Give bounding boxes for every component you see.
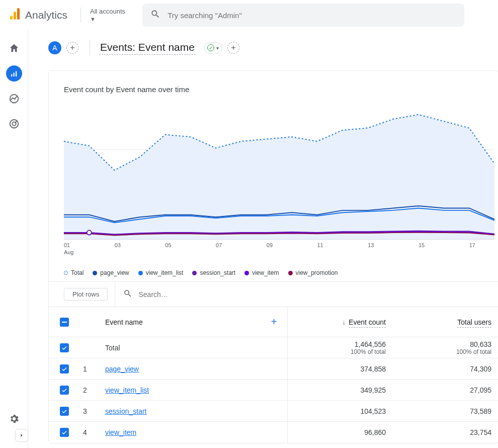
legend-swatch-total [64, 271, 68, 275]
row-checkbox[interactable] [60, 428, 69, 437]
add-dimension-button[interactable]: + [227, 42, 239, 54]
left-nav [0, 30, 28, 448]
row-checkbox[interactable] [60, 407, 69, 416]
report-title[interactable]: Events: Event name [99, 41, 196, 55]
add-segment-button[interactable]: + [66, 42, 78, 54]
global-search[interactable] [142, 4, 464, 27]
analytics-logo-icon [9, 8, 21, 23]
content-area: A + Events: Event name ✓ ▾ + Event count… [28, 30, 498, 448]
event-name-link[interactable]: page_view [105, 365, 139, 373]
event-name-link[interactable]: view_item_list [105, 386, 149, 394]
svg-text:11: 11 [317, 242, 323, 248]
table-search[interactable] [115, 282, 498, 307]
svg-text:07: 07 [216, 242, 222, 248]
search-icon [123, 289, 132, 300]
nav-advertising[interactable] [6, 116, 22, 132]
brand-name: Analytics [25, 9, 67, 21]
nav-reports[interactable] [6, 65, 22, 82]
col-event-name[interactable]: Event name [105, 318, 143, 326]
table-search-input[interactable] [137, 290, 490, 299]
legend-label: view_promotion [296, 269, 338, 276]
total-users-cell: 73,589 [393, 401, 498, 422]
nav-explore[interactable] [6, 91, 22, 107]
svg-rect-1 [14, 12, 16, 20]
legend-swatch [288, 271, 293, 275]
row-index: 2 [76, 380, 98, 401]
segment-avatar[interactable]: A [48, 41, 61, 54]
table-row: 4view_item96,86023,754 [49, 422, 498, 443]
pct-of-total: 100% of total [295, 348, 386, 355]
legend-swatch [93, 271, 97, 275]
legend-label: view_item [252, 269, 279, 276]
row-checkbox[interactable] [60, 386, 69, 395]
events-table: Event name + ↓ Event count Total users [49, 307, 498, 443]
chart-title: Event count by Event name over time [49, 71, 498, 101]
row-index: 1 [76, 358, 98, 380]
account-selector[interactable]: All accounts ▼ [80, 8, 130, 23]
row-index: 4 [76, 422, 98, 443]
row-index: 3 [76, 401, 98, 422]
svg-text:Aug: Aug [64, 249, 74, 255]
report-card: Event count by Event name over time 0103… [48, 70, 498, 443]
total-event-count: 1,464,556 [295, 340, 386, 348]
select-all-checkbox[interactable] [60, 318, 69, 327]
col-total-users[interactable]: Total users [393, 307, 498, 337]
dropdown-caret-icon: ▼ [90, 15, 125, 23]
legend-label: session_start [200, 269, 235, 276]
svg-text:09: 09 [267, 242, 273, 248]
legend-view_item[interactable]: view_item [244, 269, 279, 276]
avatar-letter: A [52, 44, 57, 52]
legend-total[interactable]: Total [64, 269, 84, 276]
table-toolbar: Plot rows [49, 281, 498, 307]
nav-home[interactable] [6, 40, 22, 56]
sort-desc-icon: ↓ [342, 318, 347, 326]
top-bar: Analytics All accounts ▼ [0, 0, 498, 30]
total-users: 80,633 [400, 340, 491, 348]
legend-label: page_view [100, 269, 129, 276]
svg-text:05: 05 [165, 242, 171, 248]
svg-point-9 [87, 231, 92, 235]
report-header: A + Events: Event name ✓ ▾ + [48, 40, 498, 55]
svg-text:01: 01 [64, 242, 70, 248]
event-name-link[interactable]: view_item [105, 428, 136, 436]
table-row: 2view_item_list349,92527,095 [49, 380, 498, 401]
chart-area: 010305070911131517Aug [49, 101, 498, 266]
total-label: Total [98, 337, 287, 358]
add-column-button[interactable]: + [271, 316, 280, 328]
plot-rows-button[interactable]: Plot rows [64, 288, 108, 301]
plus-icon: + [231, 43, 235, 52]
legend-swatch [138, 271, 143, 275]
row-checkbox[interactable] [60, 364, 69, 374]
legend-session_start[interactable]: session_start [192, 269, 235, 276]
svg-text:03: 03 [115, 242, 121, 248]
legend-page_view[interactable]: page_view [93, 269, 129, 276]
nav-expand[interactable] [15, 429, 28, 442]
account-label: All accounts [90, 8, 125, 16]
time-series-chart[interactable]: 010305070911131517Aug [49, 101, 498, 261]
svg-text:17: 17 [469, 242, 475, 248]
legend-label: view_item_list [146, 269, 184, 276]
total-users-cell: 27,095 [393, 380, 498, 401]
plus-icon: + [70, 43, 74, 52]
legend-view_promotion[interactable]: view_promotion [288, 269, 338, 276]
legend-swatch [244, 271, 249, 275]
event-name-link[interactable]: session_start [105, 407, 146, 415]
table-row-total: Total 1,464,556 100% of total 80,633 100… [49, 337, 498, 358]
svg-text:15: 15 [419, 242, 425, 248]
nav-admin[interactable] [6, 411, 22, 427]
event-count-cell: 104,523 [287, 401, 393, 422]
table-row: 3session_start104,52373,589 [49, 401, 498, 422]
chevron-down-icon: ▾ [216, 45, 219, 51]
legend-view_item_list[interactable]: view_item_list [138, 269, 184, 276]
pct-of-total: 100% of total [400, 348, 491, 355]
search-input[interactable] [167, 11, 456, 20]
col-event-count[interactable]: ↓ Event count [287, 307, 393, 337]
row-checkbox[interactable] [60, 343, 69, 352]
svg-text:13: 13 [368, 242, 374, 248]
check-circle-icon: ✓ [207, 44, 214, 51]
status-chip[interactable]: ✓ ▾ [204, 42, 222, 53]
svg-rect-2 [17, 8, 20, 20]
separator [90, 40, 90, 55]
event-count-cell: 96,860 [287, 422, 393, 443]
search-icon [150, 9, 160, 21]
